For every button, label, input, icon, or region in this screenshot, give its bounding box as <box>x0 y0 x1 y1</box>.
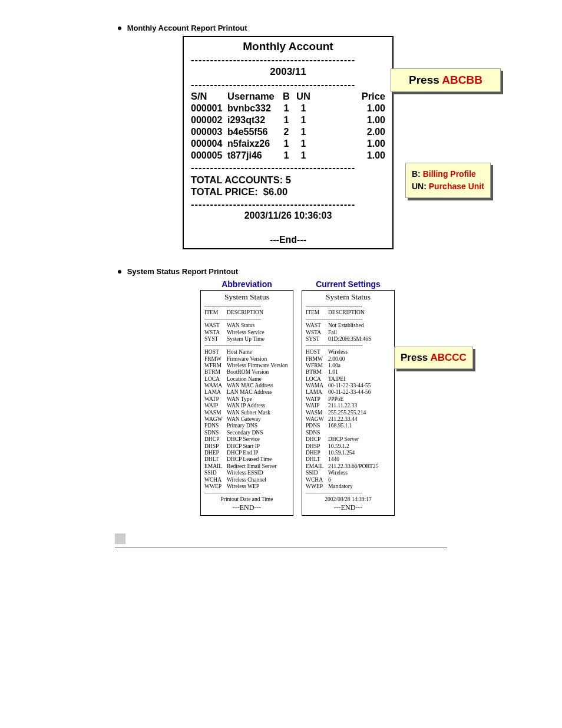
sys-key: BTRM <box>306 369 327 375</box>
cell-sn: 000003 <box>191 126 227 138</box>
abbrev-hdr-desc: DESCRIPTION <box>227 309 289 316</box>
separator: ----------------------------------------… <box>191 78 385 91</box>
sys-key: LAMA <box>204 389 226 396</box>
sys-key: SYST <box>306 336 327 342</box>
sys-key: DHLT <box>306 456 327 463</box>
sys-val: DHCP Server <box>328 436 391 443</box>
sys-key: WATP <box>204 396 226 403</box>
sys-val: BootROM Version <box>227 369 289 375</box>
sys-key: WAMA <box>306 383 327 389</box>
cell-b: 2 <box>279 126 293 138</box>
sys-col-title-abbrev: Abbreviation <box>200 279 293 289</box>
sys-val: 10.59.1.254 <box>328 450 391 456</box>
callout-sys-black: Press <box>401 352 430 363</box>
callout-press-black: Press <box>409 74 442 86</box>
sys-key: DHEP <box>306 450 327 456</box>
sys-val: Wireless Channel <box>227 477 289 483</box>
separator: ----------------------------------------… <box>191 198 385 210</box>
sys-key: DHSP <box>204 443 226 450</box>
callout-legend: B: Billing Profile UN: Purchase Unit <box>405 163 491 198</box>
cell-user: i293qt32 <box>227 114 279 126</box>
cell-price: 2.00 <box>313 126 385 138</box>
sys-val: Wireless Service <box>227 330 289 336</box>
callout-sys-red: ABCCC <box>430 352 466 363</box>
current-end: ---END--- <box>306 503 391 512</box>
heading-system: System Status Report Printout <box>118 267 562 276</box>
separator: -------------------------------- <box>306 316 391 322</box>
system-figure: Abbreviation System Status -------------… <box>200 279 562 516</box>
heading-system-text: System Status Report Printout <box>127 267 239 276</box>
cell-sn: 000002 <box>191 114 227 126</box>
cell-un: 1 <box>293 114 313 126</box>
sys-key: LAMA <box>306 389 327 396</box>
sys-key: WAGW <box>204 416 226 423</box>
sys-val: WAN Gateway <box>227 416 289 423</box>
current-footer: 2002/08/28 14:39:17 <box>306 496 391 503</box>
separator: -------------------------------- <box>204 490 289 496</box>
cell-user: b4e55f56 <box>227 126 279 138</box>
sys-val: 1.01 <box>328 369 391 375</box>
sys-val: Secondary DNS <box>227 430 289 436</box>
col-un: UN <box>293 90 313 103</box>
sys-val: LAN MAC Address <box>227 389 289 396</box>
sys-col-abbrev: Abbreviation System Status -------------… <box>200 279 293 516</box>
sys-key: EMAIL <box>306 463 327 470</box>
total-accounts-label: TOTAL ACCOUNTS: <box>191 174 283 185</box>
monthly-figure: Monthly Account ------------------------… <box>183 36 562 249</box>
sys-key: SSID <box>306 470 327 476</box>
cell-b: 1 <box>279 150 293 162</box>
sys-key: WASM <box>306 410 327 416</box>
total-price-value: $6.00 <box>263 186 287 197</box>
sys-key: WAST <box>204 322 226 329</box>
sys-val: Primary DNS <box>227 423 289 429</box>
sys-key: WSTA <box>306 330 327 336</box>
footer-rule <box>115 548 447 548</box>
sys-key: WAMA <box>204 383 226 389</box>
separator: ----------------------------------------… <box>191 162 385 174</box>
heading-monthly-text: Monthly Account Report Printout <box>127 24 247 32</box>
separator: -------------------------------- <box>204 342 289 349</box>
sys-val: PPPoE <box>328 396 391 403</box>
legend-un-value: Purchase Unit <box>429 182 484 191</box>
sys-key: WAIP <box>204 403 226 409</box>
sys-key: SYST <box>204 336 226 342</box>
col-user: Username <box>227 90 279 103</box>
sys-val: Wireless ESSID <box>227 470 289 476</box>
cell-b: 1 <box>279 138 293 150</box>
sys-key: LOCA <box>204 376 226 383</box>
current-box-title: System Status <box>306 292 391 302</box>
sys-val: 211.22.33.44 <box>328 416 391 423</box>
sys-key: PDNS <box>306 423 327 429</box>
sys-val: 168.95.1.1 <box>328 423 391 429</box>
sys-val: WAN Type <box>227 396 289 403</box>
total-accounts: TOTAL ACCOUNTS: 5 <box>191 174 385 186</box>
sys-val: WAN MAC Address <box>227 383 289 389</box>
sys-val: Wireless WEP <box>227 483 289 490</box>
sys-col-title-current: Current Settings <box>302 279 395 289</box>
monthly-end: ---End--- <box>191 234 385 246</box>
sys-val: Mandatory <box>328 483 391 490</box>
sys-key: DHEP <box>204 450 226 456</box>
callout-press: Press ABCBB <box>391 68 501 92</box>
sys-val: Location Name <box>227 376 289 383</box>
current-box: System Status --------------------------… <box>302 290 395 516</box>
monthly-table: S/N Username B UN Price 000001bvnbc33211… <box>191 90 385 162</box>
sys-val: Host Name <box>227 349 289 355</box>
cell-sn: 000005 <box>191 150 227 162</box>
sys-val: System Up Time <box>227 336 289 342</box>
legend-un-label: UN: <box>412 182 429 191</box>
sys-val: 00-11-22-33-44-56 <box>328 389 391 396</box>
sys-key: HOST <box>306 349 327 355</box>
sys-key: FRMW <box>306 356 327 363</box>
separator: -------------------------------- <box>204 316 289 322</box>
abbrev-hdr-item: ITEM <box>204 309 226 316</box>
abbrev-footer: Printout Date and Time <box>204 496 289 503</box>
separator: -------------------------------- <box>306 342 391 349</box>
total-price: TOTAL PRICE: $6.00 <box>191 186 385 198</box>
sys-key: DHSP <box>306 443 327 450</box>
cell-user: bvnbc332 <box>227 103 279 114</box>
monthly-timestamp: 2003/11/26 10:36:03 <box>191 210 385 222</box>
sys-val: 255.255.255.214 <box>328 410 391 416</box>
sys-key: DHCP <box>204 436 226 443</box>
cell-un: 1 <box>293 103 313 114</box>
